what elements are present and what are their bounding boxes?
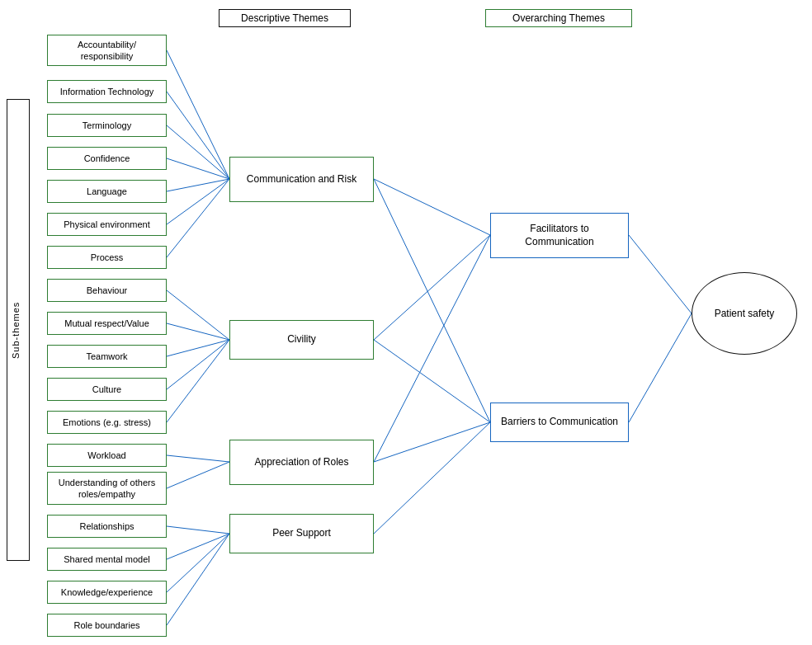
overarching-barriers: Barriers to Communication	[490, 403, 629, 442]
svg-line-9	[167, 340, 229, 356]
subtheme-teamwork: Teamwork	[47, 345, 167, 368]
svg-line-22	[374, 235, 490, 462]
subtheme-knowledge: Knowledge/experience	[47, 581, 167, 604]
svg-line-24	[374, 422, 490, 534]
descriptive-peer-support: Peer Support	[229, 514, 374, 553]
subtheme-accountability: Accountability/responsibility	[47, 35, 167, 66]
svg-line-6	[167, 179, 229, 257]
descriptive-appreciation: Appreciation of Roles	[229, 440, 374, 485]
svg-line-2	[167, 125, 229, 179]
descriptive-civility: Civility	[229, 320, 374, 360]
svg-line-13	[167, 462, 229, 488]
subtheme-behaviour: Behaviour	[47, 279, 167, 302]
subtheme-culture: Culture	[47, 378, 167, 401]
overarching-header-label: Overarching Themes	[512, 12, 605, 24]
svg-line-17	[167, 534, 229, 625]
svg-line-4	[167, 179, 229, 191]
patient-safety-label: Patient safety	[715, 308, 775, 319]
subtheme-mutual-respect: Mutual respect/Value	[47, 312, 167, 335]
svg-line-15	[167, 534, 229, 559]
subtheme-terminology: Terminology	[47, 114, 167, 137]
subthemes-vertical-label: Sub-themes	[7, 99, 30, 561]
subtheme-workload: Workload	[47, 444, 167, 467]
patient-safety-oval: Patient safety	[692, 272, 797, 355]
svg-line-19	[374, 179, 490, 422]
subtheme-physical-env: Physical environment	[47, 213, 167, 236]
subtheme-shared-mental: Shared mental model	[47, 548, 167, 571]
subtheme-process: Process	[47, 246, 167, 269]
svg-line-11	[167, 340, 229, 422]
subtheme-understanding: Understanding of othersroles/empathy	[47, 472, 167, 505]
diagram-container: Descriptive Themes Overarching Themes Su…	[0, 0, 812, 645]
svg-line-21	[374, 340, 490, 422]
subtheme-language: Language	[47, 180, 167, 203]
svg-line-5	[167, 179, 229, 224]
subtheme-relationships: Relationships	[47, 515, 167, 538]
subtheme-role-boundaries: Role boundaries	[47, 614, 167, 637]
subtheme-confidence: Confidence	[47, 147, 167, 170]
descriptive-header-label: Descriptive Themes	[241, 12, 328, 24]
svg-line-16	[167, 534, 229, 592]
svg-line-0	[167, 50, 229, 179]
descriptive-comm-risk: Communication and Risk	[229, 157, 374, 202]
svg-line-7	[167, 290, 229, 340]
overarching-themes-header: Overarching Themes	[485, 9, 632, 27]
subthemes-label: Sub-themes	[11, 301, 21, 358]
svg-line-1	[167, 92, 229, 179]
svg-line-26	[629, 313, 692, 422]
svg-line-14	[167, 526, 229, 534]
overarching-facilitators: Facilitators toCommunication	[490, 213, 629, 258]
descriptive-themes-header: Descriptive Themes	[219, 9, 351, 27]
svg-line-8	[167, 323, 229, 340]
svg-line-20	[374, 235, 490, 340]
svg-line-18	[374, 179, 490, 235]
svg-line-12	[167, 455, 229, 462]
subtheme-it: Information Technology	[47, 80, 167, 103]
svg-line-3	[167, 158, 229, 179]
subtheme-emotions: Emotions (e.g. stress)	[47, 411, 167, 434]
svg-line-23	[374, 422, 490, 462]
svg-line-10	[167, 340, 229, 389]
svg-line-25	[629, 235, 692, 313]
